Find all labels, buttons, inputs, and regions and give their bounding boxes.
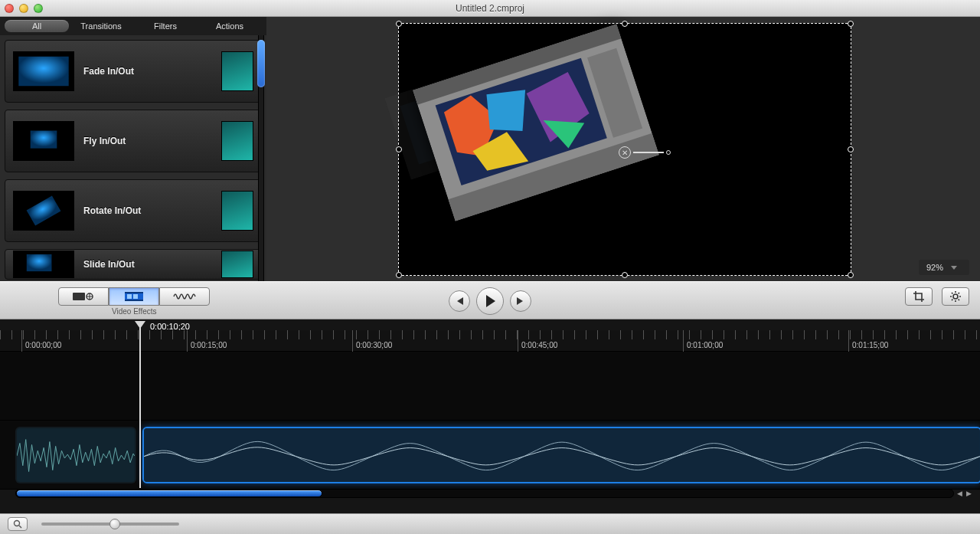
tab-transitions[interactable]: Transitions bbox=[69, 20, 133, 32]
effect-thumb-fly bbox=[13, 121, 74, 161]
timeline-scroll-arrows: ◀ ▶ bbox=[956, 488, 972, 499]
tab-filters[interactable]: Filters bbox=[133, 20, 198, 32]
scrollbar-thumb[interactable] bbox=[16, 490, 322, 497]
timeline-panel: 0:00:10;20 0:00:00;00 0:00:15;00 0:00:30… bbox=[0, 319, 980, 513]
editor-top-area: All Transitions Filters Actions Fade In/… bbox=[0, 17, 980, 281]
tab-actions[interactable]: Actions bbox=[198, 20, 262, 32]
ruler-label: 0:01:15;00 bbox=[848, 330, 888, 352]
effect-preview-swatch bbox=[221, 121, 253, 161]
svg-rect-25 bbox=[127, 294, 132, 299]
preview-canvas[interactable]: ✕ 92% bbox=[266, 17, 980, 281]
timeline-zoom-slider[interactable] bbox=[41, 523, 179, 526]
selection-marquee[interactable]: ✕ bbox=[398, 23, 851, 276]
gear-icon bbox=[949, 290, 962, 303]
resize-handle-n[interactable] bbox=[622, 21, 628, 27]
crop-icon bbox=[913, 290, 925, 303]
chevron-down-icon bbox=[951, 266, 957, 270]
minimize-window-button[interactable] bbox=[19, 4, 28, 13]
waveform-icon bbox=[173, 291, 196, 302]
main-toolbar: Video Effects bbox=[0, 281, 980, 319]
timeline-horizontal-scrollbar[interactable] bbox=[15, 489, 954, 498]
magnifier-icon bbox=[13, 519, 22, 529]
play-icon bbox=[485, 295, 495, 307]
resize-handle-sw[interactable] bbox=[396, 272, 402, 278]
canvas-stage[interactable]: ✕ bbox=[398, 23, 851, 276]
effects-scrollbar-track[interactable] bbox=[258, 35, 264, 281]
audio-track[interactable]: Fiona Apple - Across The Universe bbox=[0, 421, 980, 490]
effect-item-rotate[interactable]: Rotate In/Out bbox=[5, 179, 262, 242]
window-title: Untitled 2.cmproj bbox=[0, 3, 980, 14]
resize-handle-ne[interactable] bbox=[848, 21, 854, 27]
crop-button[interactable] bbox=[905, 287, 933, 306]
ruler-minor-ticks bbox=[0, 330, 980, 339]
skip-forward-icon bbox=[516, 297, 525, 305]
playback-controls bbox=[449, 287, 531, 315]
ruler-label: 0:00:30;00 bbox=[352, 330, 392, 352]
svg-point-27 bbox=[953, 294, 958, 299]
rotation-handle[interactable]: ✕ bbox=[619, 146, 671, 159]
effects-list[interactable]: Fade In/Out Fly In/Out Rotate In/Out bbox=[0, 35, 266, 281]
filmstrip-icon bbox=[123, 290, 145, 303]
tab-all[interactable]: All bbox=[5, 20, 69, 32]
scroll-left-button[interactable]: ◀ bbox=[956, 488, 963, 499]
waveform-icon bbox=[144, 428, 980, 483]
canvas-zoom-dropdown[interactable]: 92% bbox=[919, 260, 969, 275]
video-track[interactable] bbox=[0, 352, 980, 421]
svg-rect-1 bbox=[18, 57, 68, 86]
svg-point-35 bbox=[15, 521, 20, 526]
window-titlebar: Untitled 2.cmproj bbox=[0, 0, 980, 17]
effect-preview-swatch bbox=[221, 51, 253, 91]
resize-handle-s[interactable] bbox=[622, 272, 628, 278]
resize-handle-w[interactable] bbox=[396, 146, 402, 152]
zoom-value: 92% bbox=[926, 263, 943, 272]
prev-frame-button[interactable] bbox=[449, 290, 470, 312]
effect-item-fade[interactable]: Fade In/Out bbox=[5, 40, 262, 103]
rotation-anchor-icon: ✕ bbox=[619, 146, 631, 159]
play-button[interactable] bbox=[476, 287, 504, 315]
media-tab-button[interactable] bbox=[58, 287, 109, 306]
effect-item-slide[interactable]: Slide In/Out bbox=[5, 249, 262, 280]
ruler-label: 0:00:45;00 bbox=[518, 330, 557, 352]
effects-sidebar: All Transitions Filters Actions Fade In/… bbox=[0, 17, 266, 281]
library-tab-label: Video Effects bbox=[112, 307, 157, 316]
scroll-right-button[interactable]: ▶ bbox=[965, 488, 972, 499]
effect-preview-swatch bbox=[221, 251, 253, 278]
svg-rect-3 bbox=[31, 131, 57, 149]
playhead-line[interactable] bbox=[139, 327, 141, 488]
ruler-label: 0:00:00;00 bbox=[21, 330, 61, 352]
resize-handle-se[interactable] bbox=[848, 272, 854, 278]
timeline-clip-ghost[interactable] bbox=[15, 427, 136, 483]
svg-rect-24 bbox=[125, 300, 143, 301]
rotation-grip[interactable] bbox=[666, 150, 671, 155]
zoom-fit-button[interactable] bbox=[8, 517, 28, 531]
effect-label: Fade In/Out bbox=[83, 66, 212, 77]
close-window-button[interactable] bbox=[5, 4, 14, 13]
video-effects-tab-button[interactable] bbox=[109, 287, 159, 306]
ruler-label: 0:01:00;00 bbox=[683, 330, 723, 352]
next-frame-button[interactable] bbox=[510, 290, 531, 312]
effect-item-fly[interactable]: Fly In/Out bbox=[5, 110, 262, 172]
svg-rect-26 bbox=[133, 294, 138, 299]
svg-rect-23 bbox=[125, 292, 143, 293]
zoom-window-button[interactable] bbox=[34, 4, 43, 13]
slider-knob[interactable] bbox=[109, 519, 120, 529]
settings-button[interactable] bbox=[942, 287, 969, 306]
resize-handle-e[interactable] bbox=[848, 146, 854, 152]
media-icon bbox=[72, 290, 95, 303]
rotation-arm bbox=[633, 152, 664, 153]
bottom-bar bbox=[0, 513, 980, 534]
playhead-marker[interactable] bbox=[135, 321, 145, 329]
audio-effects-tab-button[interactable] bbox=[159, 287, 210, 306]
waveform-icon bbox=[17, 428, 135, 483]
svg-rect-7 bbox=[27, 254, 52, 271]
timeline-ruler[interactable]: 0:00:00;00 0:00:15;00 0:00:30;00 0:00:45… bbox=[0, 330, 980, 352]
effect-label: Slide In/Out bbox=[83, 259, 212, 270]
ruler-label: 0:00:15;00 bbox=[187, 330, 227, 352]
timeline-clip-audio[interactable]: Fiona Apple - Across The Universe bbox=[142, 427, 980, 483]
effects-category-tabs: All Transitions Filters Actions bbox=[0, 17, 266, 35]
effect-label: Fly In/Out bbox=[83, 136, 212, 146]
effect-thumb-slide bbox=[13, 251, 74, 278]
resize-handle-nw[interactable] bbox=[396, 21, 402, 27]
toolbar-right-group bbox=[905, 287, 969, 306]
svg-rect-20 bbox=[73, 293, 85, 300]
